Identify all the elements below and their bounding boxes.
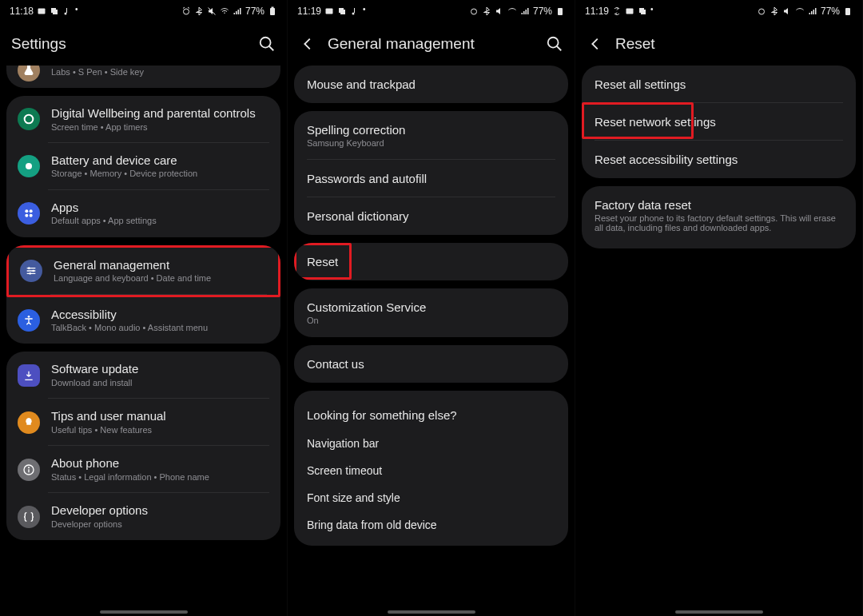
settings-group: Contact us	[294, 345, 568, 383]
nav-pill[interactable]	[388, 610, 475, 614]
row-dictionary[interactable]: Personal dictionary	[294, 197, 568, 235]
svg-point-12	[25, 115, 34, 124]
svg-point-6	[183, 9, 189, 14]
row-mouse-trackpad[interactable]: Mouse and trackpad	[294, 66, 568, 103]
settings-row-software-update[interactable]: Software updateDownload and install	[6, 352, 280, 399]
svg-point-32	[548, 38, 559, 48]
link-screen-timeout[interactable]: Screen timeout	[294, 457, 568, 484]
settings-group: Mouse and trackpad	[294, 66, 568, 103]
more-icon: •	[363, 5, 366, 14]
page-title: Reset	[615, 35, 851, 53]
page-title: General management	[328, 35, 535, 53]
title-row: Settings	[0, 22, 287, 66]
alarm-icon	[757, 6, 766, 16]
svg-point-19	[32, 270, 34, 272]
row-passwords[interactable]: Passwords and autofill	[294, 160, 568, 197]
settings-row-general-management[interactable]: General managementLanguage and keyboard …	[6, 245, 280, 297]
svg-line-33	[557, 46, 562, 51]
nav-pill[interactable]	[100, 610, 188, 614]
row-title: Tips and user manual	[51, 408, 166, 424]
settings-group: Labs • S Pen • Side key	[6, 66, 280, 88]
braces-icon	[18, 506, 40, 528]
settings-group: Factory data resetReset your phone to it…	[582, 186, 856, 248]
status-bar: 11:19 • 77%	[575, 0, 862, 22]
settings-row-advanced-features[interactable]: Labs • S Pen • Side key	[6, 66, 280, 88]
row-customization[interactable]: Customization ServiceOn	[294, 288, 568, 337]
bluetooth-icon	[194, 6, 204, 16]
svg-rect-31	[558, 8, 563, 15]
settings-row-developer[interactable]: Developer optionsDeveloper options	[6, 493, 280, 540]
settings-row-apps[interactable]: AppsDefault apps • App settings	[6, 190, 280, 237]
row-subtitle: Screen time • App timers	[51, 121, 256, 133]
row-subtitle: Storage • Memory • Device protection	[51, 168, 197, 180]
svg-point-21	[28, 316, 30, 318]
search-icon[interactable]	[258, 35, 276, 53]
row-title: Developer options	[51, 503, 148, 519]
row-subtitle: TalkBack • Mono audio • Assistant menu	[51, 322, 208, 334]
row-factory-reset[interactable]: Factory data resetReset your phone to it…	[582, 186, 856, 248]
info-icon	[18, 459, 40, 481]
svg-point-23	[28, 467, 30, 468]
more-icon: •	[650, 5, 654, 14]
row-title: Accessibility	[51, 307, 208, 323]
svg-point-13	[26, 163, 32, 169]
wifi-icon	[220, 6, 229, 16]
settings-group: Software updateDownload and install Tips…	[6, 352, 280, 540]
mute-icon	[495, 6, 504, 16]
layers-icon	[50, 6, 59, 16]
back-icon[interactable]	[587, 35, 604, 53]
image-icon	[324, 6, 334, 16]
wifi-icon	[507, 6, 517, 16]
signal-icon	[808, 6, 817, 16]
status-time: 11:18	[10, 6, 34, 17]
nav-pill[interactable]	[675, 610, 763, 614]
row-subtitle: Status • Legal information • Phone name	[51, 471, 209, 483]
row-title: Apps	[51, 200, 157, 216]
row-title: About phone	[51, 455, 209, 471]
link-bring-data[interactable]: Bring data from old device	[294, 511, 568, 546]
layers-icon	[337, 6, 347, 16]
search-icon[interactable]	[546, 35, 563, 53]
looking-header: Looking for something else?	[294, 391, 568, 430]
download-icon	[18, 364, 40, 387]
settings-row-battery[interactable]: Battery and device careStorage • Memory …	[6, 143, 280, 190]
highlight-box	[582, 102, 694, 139]
row-subtitle: Default apps • App settings	[51, 215, 157, 227]
screen-general-management: 11:19 • 77% General management Mouse and…	[288, 0, 575, 616]
settings-row-accessibility[interactable]: AccessibilityTalkBack • Mono audio • Ass…	[6, 297, 280, 344]
music-icon	[62, 6, 72, 16]
settings-group: General managementLanguage and keyboard …	[6, 245, 280, 344]
status-bar: 11:19 • 77%	[288, 0, 575, 22]
svg-point-30	[471, 9, 476, 14]
sync-icon	[612, 6, 622, 16]
care-icon	[18, 155, 40, 177]
sliders-icon	[20, 260, 42, 282]
settings-row-tips[interactable]: Tips and user manualUseful tips • New fe…	[6, 399, 280, 446]
svg-rect-36	[641, 10, 646, 14]
svg-point-20	[29, 272, 31, 275]
link-navigation-bar[interactable]: Navigation bar	[294, 430, 568, 457]
svg-point-16	[25, 214, 28, 217]
back-icon[interactable]	[299, 35, 316, 53]
apps-icon	[18, 202, 40, 225]
svg-rect-8	[270, 8, 275, 15]
row-subtitle: Download and install	[51, 377, 138, 389]
row-reset-accessibility[interactable]: Reset accessibility settings	[582, 141, 856, 178]
settings-group: Customization ServiceOn	[294, 288, 568, 337]
settings-row-about[interactable]: About phoneStatus • Legal information • …	[6, 446, 280, 493]
row-contact-us[interactable]: Contact us	[294, 345, 568, 383]
status-time: 11:19	[585, 6, 609, 17]
accessibility-icon	[18, 309, 40, 332]
svg-rect-9	[272, 7, 274, 9]
svg-rect-25	[326, 9, 333, 14]
row-spelling[interactable]: Spelling correctionSamsung Keyboard	[294, 111, 568, 160]
svg-rect-3	[53, 10, 58, 14]
settings-row-digital-wellbeing[interactable]: Digital Wellbeing and parental controlsS…	[6, 96, 280, 143]
row-reset-all[interactable]: Reset all settings	[582, 66, 856, 103]
settings-group: Reset	[294, 243, 568, 280]
svg-point-17	[30, 214, 33, 217]
wellbeing-icon	[18, 108, 40, 130]
layers-icon	[638, 6, 647, 16]
svg-point-18	[28, 267, 30, 269]
link-font-size[interactable]: Font size and style	[294, 484, 568, 511]
